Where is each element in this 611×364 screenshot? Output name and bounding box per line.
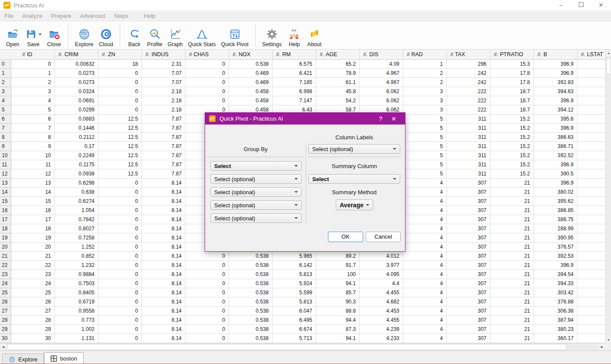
row-header[interactable]: 6	[0, 115, 11, 124]
vertical-scroll-thumb[interactable]	[606, 58, 611, 74]
cell[interactable]: 307	[447, 206, 490, 215]
cell[interactable]	[577, 206, 605, 215]
cell[interactable]: 7.87	[142, 169, 186, 179]
cell[interactable]: 396.9	[534, 124, 577, 133]
cell[interactable]: 303.42	[534, 288, 577, 297]
column-header-zn[interactable]: #. ZN	[98, 50, 142, 59]
cell[interactable]: 0	[186, 307, 229, 316]
cell[interactable]: 5.813	[273, 270, 316, 279]
cell[interactable]: 0	[98, 96, 142, 105]
toolbar-graph-button[interactable]: Graph	[165, 21, 186, 49]
cell[interactable]: 21	[490, 179, 534, 188]
cell[interactable]: 7.185	[273, 78, 316, 87]
cell[interactable]: 4.455	[360, 316, 403, 325]
cell[interactable]	[577, 87, 605, 96]
cell[interactable]: 6.142	[273, 261, 316, 270]
cell[interactable]: 222	[447, 96, 490, 105]
cell[interactable]: 0.0299	[55, 105, 98, 115]
cell[interactable]: 0.17	[55, 142, 98, 151]
cell[interactable]: 0.2249	[55, 151, 98, 160]
cell[interactable]: 89.2	[316, 252, 360, 261]
cell[interactable]: 15.2	[490, 160, 534, 169]
row-header[interactable]: 27	[0, 307, 11, 316]
menu-prepare[interactable]: Prepare	[47, 11, 75, 21]
cell[interactable]: 0	[98, 78, 142, 87]
cell[interactable]: 4	[403, 270, 447, 279]
cell[interactable]	[577, 307, 605, 316]
cell[interactable]: 376.88	[534, 297, 577, 307]
cell[interactable]: 15.2	[490, 169, 534, 179]
cell[interactable]: 360.17	[534, 334, 577, 343]
cell[interactable]: 4.095	[360, 270, 403, 279]
cell[interactable]: 26	[11, 297, 55, 307]
cell[interactable]: 2	[11, 78, 55, 87]
cell[interactable]: 307	[447, 316, 490, 325]
cell[interactable]: 4	[403, 233, 447, 243]
cell[interactable]: 21	[490, 252, 534, 261]
cell[interactable]: 396.9	[534, 60, 577, 69]
cell[interactable]: 29	[11, 325, 55, 334]
row-header[interactable]: 5	[0, 105, 11, 115]
cell[interactable]: 4	[403, 179, 447, 188]
cell[interactable]: 8.14	[142, 307, 186, 316]
group-by-select-5[interactable]: Select (optional)	[210, 213, 302, 223]
cell[interactable]: 0.7503	[55, 279, 98, 288]
save-dropdown-caret-icon[interactable]	[39, 34, 41, 35]
cell[interactable]: 5	[403, 115, 447, 124]
cell[interactable]: 7.87	[142, 133, 186, 142]
cell[interactable]: 18	[98, 60, 142, 69]
cell[interactable]: 0	[98, 197, 142, 206]
cell[interactable]: 87.3	[316, 325, 360, 334]
menu-analyze[interactable]: Analyze	[18, 11, 47, 21]
cell[interactable]: 6.998	[273, 87, 316, 96]
cell[interactable]: 307	[447, 279, 490, 288]
cell[interactable]: 88.8	[316, 307, 360, 316]
cell[interactable]: 4	[403, 206, 447, 215]
cell[interactable]: 4	[403, 252, 447, 261]
cell[interactable]: 18	[11, 224, 55, 233]
cell[interactable]: 4	[403, 297, 447, 307]
cell[interactable]: 5	[403, 160, 447, 169]
cell[interactable]: 1	[403, 60, 447, 69]
cell[interactable]: 0.538	[229, 252, 273, 261]
cell[interactable]: 396.9	[534, 69, 577, 78]
cell[interactable]: 21	[490, 243, 534, 252]
cell[interactable]: 0	[98, 270, 142, 279]
cell[interactable]: 0.0691	[55, 96, 98, 105]
cell[interactable]: 6.575	[273, 60, 316, 69]
row-header[interactable]: 14	[0, 188, 11, 197]
cell[interactable]: 0.538	[229, 288, 273, 297]
cell[interactable]: 12	[11, 169, 55, 179]
cell[interactable]: 28	[11, 316, 55, 325]
cell[interactable]: 0	[98, 334, 142, 343]
cell[interactable]: 0	[98, 224, 142, 233]
cell[interactable]: 90.3	[316, 297, 360, 307]
cell[interactable]: 396.9	[534, 179, 577, 188]
cell[interactable]: 5	[403, 169, 447, 179]
cell[interactable]: 5.813	[273, 297, 316, 307]
cell[interactable]: 3	[403, 96, 447, 105]
cell[interactable]: 0.538	[229, 261, 273, 270]
cell[interactable]: 94.4	[316, 316, 360, 325]
cell[interactable]: 4	[11, 96, 55, 105]
cell[interactable]: 0.2112	[55, 133, 98, 142]
menu-steps[interactable]: Steps	[109, 11, 132, 21]
row-header[interactable]: 15	[0, 197, 11, 206]
cell[interactable]: 94.1	[316, 279, 360, 288]
menu-file[interactable]: File	[0, 11, 18, 21]
cell[interactable]	[577, 243, 605, 252]
cell[interactable]: 5.713	[273, 334, 316, 343]
cell[interactable]	[577, 115, 605, 124]
toolbar-close-button[interactable]: Close	[44, 21, 64, 49]
row-header[interactable]: 3	[0, 87, 11, 96]
group-by-select-3[interactable]: Select (optional)	[210, 187, 302, 197]
cell[interactable]	[577, 124, 605, 133]
cell[interactable]: 0.0324	[55, 87, 98, 96]
cell[interactable]: 7.87	[142, 151, 186, 160]
cell[interactable]: 307	[447, 224, 490, 233]
row-header[interactable]: 9	[0, 142, 11, 151]
cell[interactable]: 311	[447, 124, 490, 133]
cell[interactable]: 0	[98, 307, 142, 316]
toolbar-quick-pivot-button[interactable]: Quick Pivot	[219, 21, 251, 49]
row-header[interactable]: 23	[0, 270, 11, 279]
